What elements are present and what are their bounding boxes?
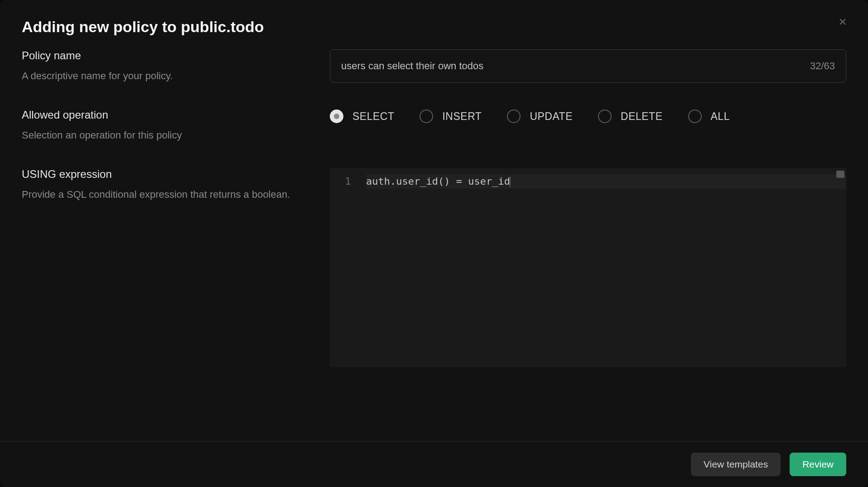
operation-radio-delete[interactable]: DELETE <box>598 110 662 123</box>
editor-scrollbar[interactable] <box>836 171 844 178</box>
operation-radio-update[interactable]: UPDATE <box>507 110 573 123</box>
using-expression-row: USING expression Provide a SQL condition… <box>22 168 846 367</box>
radio-label: INSERT <box>442 110 482 123</box>
policy-name-description: A descriptive name for your policy. <box>22 68 312 83</box>
policy-name-counter: 32/63 <box>810 60 835 72</box>
using-expression-label-col: USING expression Provide a SQL condition… <box>22 168 312 367</box>
policy-name-input-col: 32/63 <box>330 49 846 83</box>
radio-circle-icon <box>330 110 343 123</box>
radio-label: DELETE <box>621 110 662 123</box>
radio-circle-icon <box>688 110 702 123</box>
operation-radio-group: SELECTINSERTUPDATEDELETEALL <box>330 109 846 123</box>
using-expression-input-col: 1 auth.user_id() = user_id <box>330 168 846 367</box>
policy-name-row: Policy name A descriptive name for your … <box>22 49 846 83</box>
modal-footer: View templates Review <box>0 441 868 487</box>
view-templates-button[interactable]: View templates <box>691 453 781 476</box>
using-expression-label: USING expression <box>22 168 312 181</box>
policy-name-label: Policy name <box>22 49 312 62</box>
policy-name-input-wrapper: 32/63 <box>330 49 846 83</box>
policy-name-label-col: Policy name A descriptive name for your … <box>22 49 312 83</box>
radio-circle-icon <box>598 110 612 123</box>
radio-label: UPDATE <box>530 110 573 123</box>
policy-modal: Adding new policy to public.todo Policy … <box>0 0 868 487</box>
using-expression-description: Provide a SQL conditional expression tha… <box>22 187 312 202</box>
radio-label: ALL <box>711 110 730 123</box>
allowed-operation-row: Allowed operation Selection an operation… <box>22 109 846 143</box>
allowed-operation-input-col: SELECTINSERTUPDATEDELETEALL <box>330 109 846 143</box>
code-gutter: 1 <box>330 168 366 367</box>
allowed-operation-label-col: Allowed operation Selection an operation… <box>22 109 312 143</box>
code-line[interactable]: auth.user_id() = user_id <box>366 174 846 189</box>
radio-label: SELECT <box>352 110 394 123</box>
modal-body: Policy name A descriptive name for your … <box>0 49 868 441</box>
radio-circle-icon <box>507 110 521 123</box>
operation-radio-all[interactable]: ALL <box>688 110 730 123</box>
allowed-operation-description: Selection an operation for this policy <box>22 128 312 143</box>
close-icon <box>838 17 848 27</box>
code-content[interactable]: auth.user_id() = user_id <box>366 168 846 367</box>
modal-title: Adding new policy to public.todo <box>22 18 846 36</box>
policy-name-input[interactable] <box>341 60 803 72</box>
sql-code-editor[interactable]: 1 auth.user_id() = user_id <box>330 168 846 367</box>
line-number: 1 <box>330 174 366 189</box>
operation-radio-select[interactable]: SELECT <box>330 110 394 123</box>
modal-header: Adding new policy to public.todo <box>0 0 868 49</box>
review-button[interactable]: Review <box>790 453 846 476</box>
allowed-operation-label: Allowed operation <box>22 109 312 121</box>
operation-radio-insert[interactable]: INSERT <box>420 110 482 123</box>
text-cursor <box>510 177 511 187</box>
radio-circle-icon <box>420 110 433 123</box>
close-button[interactable] <box>835 14 850 29</box>
